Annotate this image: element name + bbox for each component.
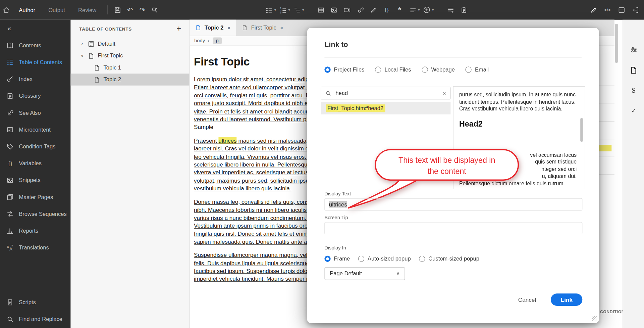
sidebar-item-see-also[interactable]: See Also	[0, 104, 71, 121]
sidebar-item-index[interactable]: Index	[0, 71, 71, 88]
search-input[interactable]	[335, 90, 439, 97]
radio-frame[interactable]: Frame	[324, 255, 350, 262]
tab-topic-2[interactable]: Topic 2 ×	[190, 20, 236, 36]
result-row[interactable]: First_Topic.htm#head2	[321, 102, 450, 114]
sidebar-item-find-and-replace[interactable]: Find and Replace	[0, 311, 71, 328]
radio-icon	[422, 66, 428, 73]
redo-icon[interactable]: ↷	[136, 4, 149, 16]
clipboard-icon[interactable]	[458, 4, 470, 16]
bullet-list-icon[interactable]	[263, 4, 275, 16]
insert-image-icon[interactable]	[328, 4, 340, 16]
sidebar-item-reports[interactable]: Reports	[0, 222, 71, 239]
sidebar-item-condition-tags[interactable]: Condition Tags	[0, 138, 71, 155]
numbered-list-caret-icon[interactable]: ▾	[288, 8, 290, 12]
display-in-label: Display In	[324, 245, 346, 251]
sidebar-item-label: Browse Sequences	[19, 211, 66, 217]
save-icon[interactable]	[112, 4, 124, 16]
close-tab-icon[interactable]: ×	[227, 25, 230, 31]
insert-table-icon[interactable]	[315, 4, 327, 16]
multilevel-list-icon[interactable]	[291, 4, 303, 16]
display-text-field[interactable]: ultrices	[324, 198, 582, 210]
insert-more-caret-icon[interactable]: ▾	[432, 8, 434, 12]
radio-label: Local Files	[384, 66, 411, 73]
numbered-list-icon[interactable]: 123	[277, 4, 289, 16]
sidebar-item-microcontent[interactable]: Microcontent	[0, 121, 71, 138]
sidebar-item-contents[interactable]: Contents	[0, 37, 71, 54]
insert-paragraph-icon[interactable]	[444, 4, 457, 16]
sidebar-item-variables[interactable]: { } Variables	[0, 155, 71, 172]
sidebar-item-label: Scripts	[19, 299, 36, 305]
close-tab-icon[interactable]: ×	[280, 25, 283, 31]
styles-icon[interactable]: S	[623, 86, 644, 94]
sidebar-item-master-pages[interactable]: Master Pages	[0, 189, 71, 205]
horizontal-rule-icon[interactable]	[407, 4, 419, 16]
add-toc-icon[interactable]: +	[176, 24, 181, 33]
insert-more-icon[interactable]	[421, 4, 433, 16]
home-icon[interactable]	[0, 4, 12, 16]
tab-first-topic[interactable]: First Topic ×	[236, 20, 289, 36]
braces-icon: { }	[7, 160, 14, 167]
radio-webpage[interactable]: Webpage	[422, 66, 455, 73]
preview-icon[interactable]	[615, 4, 628, 16]
spellcheck-icon[interactable]: ✓	[623, 107, 644, 114]
toc-item-first-topic[interactable]: ∨ First Topic	[71, 50, 190, 62]
clear-search-icon[interactable]: ×	[443, 90, 446, 97]
cancel-button[interactable]: Cancel	[518, 296, 536, 303]
vertical-scrollbar[interactable]	[615, 24, 618, 63]
dialog-resize-handle[interactable]	[592, 316, 597, 321]
source-view-icon[interactable]: </>	[601, 4, 614, 16]
exit-icon[interactable]	[629, 4, 642, 16]
screen-tip-input[interactable]	[329, 225, 578, 232]
preview-scrollbar[interactable]	[580, 118, 583, 142]
toc-item-label: Topic 1	[104, 64, 121, 71]
bullet-list-caret-icon[interactable]: ▾	[274, 8, 276, 12]
link-button[interactable]: Link	[551, 293, 582, 306]
sidebar-item-table-of-contents[interactable]: Table of Contents	[0, 54, 71, 71]
insert-variable-icon[interactable]: *	[393, 4, 406, 16]
menu-output[interactable]: Output	[42, 0, 72, 20]
sidebar-item-snippets[interactable]: Snippets	[0, 172, 71, 189]
radio-email[interactable]: Email	[466, 66, 489, 73]
radio-auto-sized-popup[interactable]: Auto-sized popup	[358, 255, 411, 262]
cross-reference-icon[interactable]	[367, 4, 380, 16]
menu-review[interactable]: Review	[71, 0, 103, 20]
sidebar-item-browse-sequences[interactable]: Browse Sequences	[0, 205, 71, 222]
sidebar-spacer	[0, 256, 71, 294]
radio-project-files[interactable]: Project Files	[324, 66, 364, 73]
insert-link-icon[interactable]	[354, 4, 367, 16]
sidebar-item-label: See Also	[19, 110, 41, 116]
sidebar-item-glossary[interactable]: Glossary	[0, 88, 71, 104]
horizontal-rule-caret-icon[interactable]: ▾	[418, 8, 420, 12]
radio-local-files[interactable]: Local Files	[375, 66, 411, 73]
collapse-sidebar-icon[interactable]: «	[0, 20, 71, 37]
insert-video-icon[interactable]	[341, 4, 353, 16]
undo-icon[interactable]: ↶	[124, 4, 136, 16]
menu-author[interactable]: Author	[12, 0, 42, 20]
sidebar-item-scripts[interactable]: Scripts	[0, 294, 71, 311]
insert-snippet-icon[interactable]: { }	[380, 4, 393, 16]
svg-text:3: 3	[280, 11, 281, 13]
toc-item-topic-2[interactable]: Topic 2	[71, 74, 190, 86]
highlighted-word: ultrices	[218, 137, 236, 144]
find-replace-icon[interactable]	[149, 4, 161, 16]
breadcrumb-node[interactable]: p	[213, 37, 222, 44]
sidebar-item-label: Reports	[19, 228, 38, 234]
multilevel-list-caret-icon[interactable]: ▾	[302, 8, 304, 12]
toc-item-default[interactable]: ‹ Default	[71, 38, 190, 50]
radio-custom-sized-popup[interactable]: Custom-sized popup	[419, 255, 479, 262]
frame-target-select[interactable]: Page Default ∨	[324, 267, 405, 280]
topic-properties-icon[interactable]	[623, 66, 644, 74]
dialog-divider	[324, 57, 582, 58]
breadcrumb-root[interactable]: body	[194, 38, 205, 44]
app-window: Author Output Review ↶ ↷ ▾ 123 ▾	[0, 0, 644, 328]
edit-mode-icon[interactable]	[587, 4, 600, 16]
chevron-down-icon[interactable]: ∨	[80, 53, 85, 58]
translate-icon: aA	[7, 244, 14, 251]
chevron-left-icon[interactable]: ‹	[80, 41, 85, 47]
filters-icon[interactable]	[623, 46, 644, 53]
toc-item-topic-1[interactable]: Topic 1	[71, 62, 190, 74]
preview-paragraph: purus sed, sollicitudin ipsum. In at ant…	[459, 91, 579, 112]
sidebar-item-translations[interactable]: aA Translations	[0, 239, 71, 256]
radio-label: Frame	[334, 255, 350, 262]
toc-panel: TABLE OF CONTENTS + ‹ Default ∨ First To…	[71, 20, 190, 328]
